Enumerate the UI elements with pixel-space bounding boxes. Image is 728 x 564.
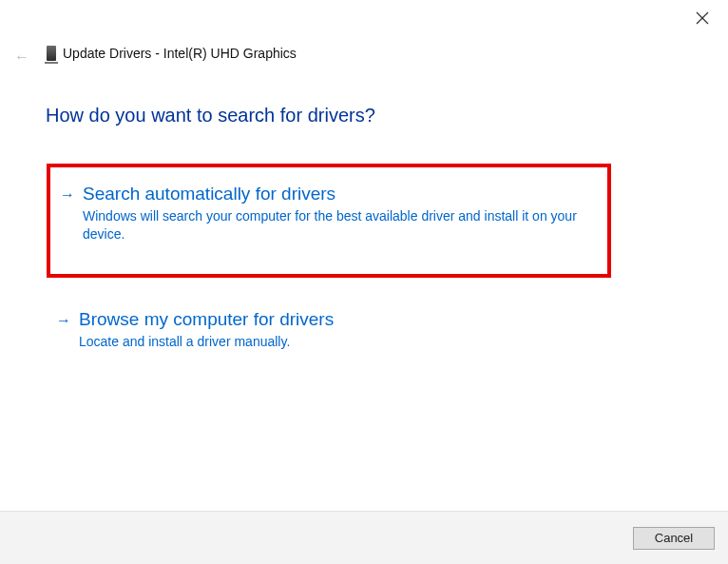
window-title: Update Drivers - Intel(R) UHD Graphics: [63, 46, 297, 61]
window-title-bar: Update Drivers - Intel(R) UHD Graphics: [47, 46, 297, 61]
cancel-button[interactable]: Cancel: [633, 527, 715, 550]
arrow-right-icon: →: [56, 312, 71, 329]
option-title: Search automatically for drivers: [83, 183, 598, 205]
close-icon[interactable]: [694, 10, 711, 27]
dialog-footer: Cancel: [0, 511, 728, 564]
option-browse-computer[interactable]: → Browse my computer for drivers Locate …: [47, 302, 611, 360]
option-title: Browse my computer for drivers: [79, 308, 602, 331]
arrow-right-icon: →: [60, 186, 75, 204]
option-description: Windows will search your computer for th…: [83, 207, 598, 243]
option-search-automatically[interactable]: → Search automatically for drivers Windo…: [47, 164, 611, 278]
option-description: Locate and install a driver manually.: [79, 333, 602, 351]
back-arrow-icon: ←: [14, 49, 29, 66]
page-heading: How do you want to search for drivers?: [46, 105, 375, 126]
device-icon: [47, 46, 56, 61]
